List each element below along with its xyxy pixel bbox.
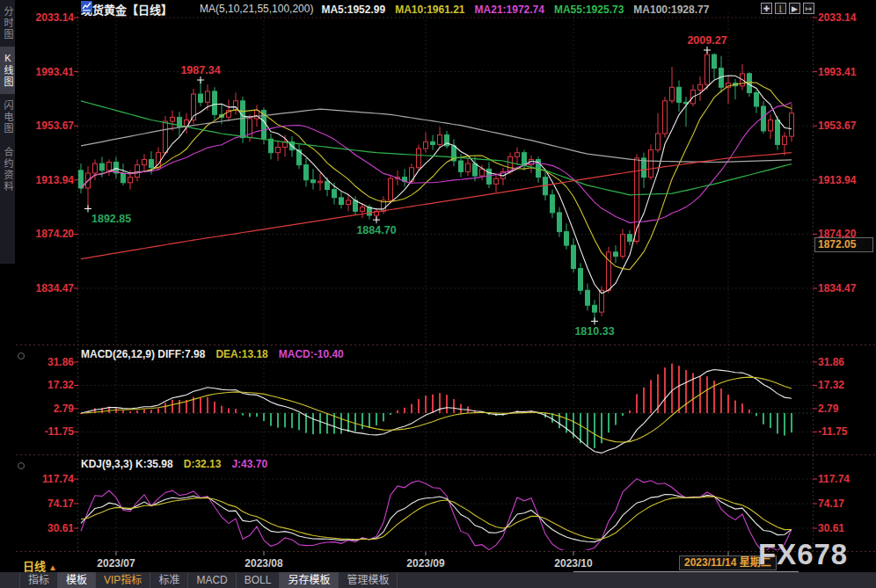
ma-value-label: MA21:1972.74 [475, 4, 544, 16]
axis-label: 117.74 [818, 473, 850, 485]
indicator-value-label: DEA:13.18 [215, 348, 267, 360]
header-icon-toolbar: ✚⌊▶↦ [761, 3, 814, 14]
axis-label: 31.86 [818, 356, 844, 368]
indicator-value-label: J:43.70 [231, 458, 267, 470]
kdj-series [81, 479, 792, 553]
toolbar-tab[interactable]: VIP指标 [96, 572, 150, 588]
axis-label: -11.75 [16, 425, 74, 438]
indicator-value-label: KDJ(9,3,3) K:35.98 [81, 458, 173, 470]
trading-app: 1892.851987.341884.701810.332009.27 分时图K… [0, 0, 876, 588]
indicator-value-label: MACD(26,12,9) DIFF:7.98 [81, 348, 205, 360]
axis-label: 17.32 [16, 379, 74, 391]
axis-label: 1913.94 [818, 174, 856, 186]
line-chart-icon [180, 4, 192, 15]
month-label: 2023/08 [245, 557, 282, 570]
axis-label: 1953.67 [818, 120, 856, 132]
month-label: 2023/10 [554, 557, 592, 570]
candlestick-series [79, 47, 794, 324]
axis-label: 117.74 [16, 473, 74, 485]
axis-label: 1874.20 [16, 228, 74, 240]
bottom-toolbar: 指标模板VIP指标标准MACDBOLL另存模板管理模板 [0, 572, 876, 588]
axis-label: 30.61 [16, 522, 74, 534]
price-annotation: 2009.27 [687, 34, 726, 47]
price-annotation: 1884.70 [356, 224, 396, 236]
pan-crosshair-icon[interactable]: ✚ [761, 3, 772, 14]
axis-label: 1834.47 [16, 282, 74, 294]
axis-label: 2033.14 [818, 11, 856, 24]
ma-legend: MA5:1952.99MA10:1961.21MA21:1972.74MA55:… [321, 1, 719, 17]
macd-header: MACD(26,12,9) DIFF:7.98DEA:13.18MACD:-10… [81, 348, 344, 360]
axis-label: 1953.67 [16, 120, 74, 132]
toolbar-tab[interactable]: 另存模板 [280, 572, 339, 588]
axis-label: 1993.41 [818, 66, 856, 78]
toolbar-tab[interactable]: 标准 [150, 572, 188, 588]
toolbar-tab[interactable]: 指标 [19, 572, 58, 588]
indicator-toggle-icon[interactable] [18, 352, 25, 359]
chart-type-sidebar: 分时图K线图闪电图合约资料 [0, 0, 15, 264]
ma-value-label: MA10:1961.21 [395, 4, 464, 16]
indicator-value-label: D:32.13 [184, 458, 222, 470]
price-tag: 1872.05 [814, 237, 873, 252]
toolbar-tab[interactable]: MACD [188, 572, 236, 588]
toolbar-tab[interactable]: 管理模板 [339, 572, 398, 588]
month-label: 2023/09 [406, 557, 444, 570]
price-annotation: 1892.85 [91, 213, 131, 225]
axis-scale-icon[interactable]: ⌊ [775, 3, 786, 14]
kdj-header: KDJ(9,3,3) K:35.98D:32.13J:43.70 [81, 458, 267, 470]
watermark: FX678 [758, 538, 848, 571]
axis-label: 74.17 [16, 497, 74, 510]
price-annotation: 1987.34 [180, 64, 220, 76]
triangle-up-icon: ▲ [48, 563, 57, 572]
play-forward-icon[interactable]: ▶ [789, 3, 800, 14]
axis-label: 2.79 [818, 403, 838, 415]
axis-label: 1913.94 [16, 174, 74, 186]
axis-label: 1834.47 [818, 282, 856, 294]
axis-label: -11.75 [818, 425, 847, 438]
axis-label: 2033.14 [16, 11, 74, 24]
ma-value-label: MA55:1925.73 [554, 4, 624, 16]
chart-plot-area[interactable]: 1892.851987.341884.701810.332009.27 [0, 0, 876, 588]
ma-value-label: MA5:1952.99 [321, 4, 385, 16]
indicator-toggle-icon[interactable] [18, 462, 25, 469]
toolbar-tab[interactable]: BOLL [237, 572, 281, 588]
sidebar-item-chart-type[interactable]: 闪电图 [0, 94, 15, 141]
instrument-title: 现货黄金【日线】 [81, 1, 172, 18]
chart-header: 现货黄金【日线】 MA(5,10,21,55,100,200) MA5:1952… [81, 1, 719, 17]
period-label: 日线 [23, 560, 46, 573]
jump-to-latest-icon[interactable]: ↦ [803, 3, 814, 14]
ma-value-label: MA100:1928.77 [633, 4, 709, 16]
macd-series [80, 364, 792, 454]
axis-label: 17.32 [818, 379, 844, 391]
month-label: 2023/07 [97, 557, 135, 570]
axis-label: 31.86 [16, 356, 74, 368]
axis-label: 30.61 [818, 522, 844, 534]
sidebar-item-chart-type[interactable]: 合约资料 [0, 141, 15, 199]
sidebar-item-chart-type[interactable]: 分时图 [0, 0, 15, 47]
price-annotation: 1810.33 [574, 325, 614, 338]
axis-label: 1993.41 [16, 66, 74, 78]
ma-params-label: MA(5,10,21,55,100,200) [200, 3, 313, 15]
sidebar-item-active[interactable]: K线图 [0, 47, 15, 94]
toolbar-tab[interactable]: 模板 [58, 572, 96, 588]
indicator-value-label: MACD:-10.40 [279, 348, 344, 360]
axis-label: 2.79 [16, 403, 74, 415]
axis-label: 74.17 [818, 497, 844, 510]
